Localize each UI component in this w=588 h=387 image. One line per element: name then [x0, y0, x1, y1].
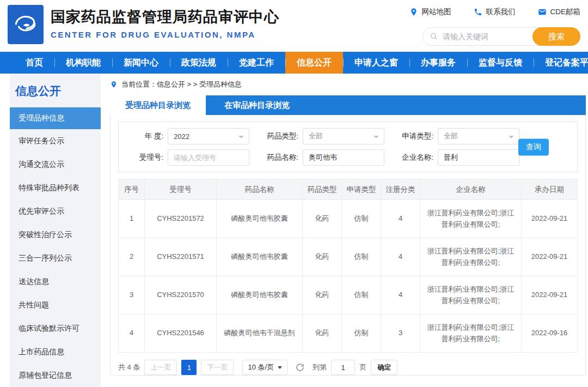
sidebar-title: 信息公开 — [10, 74, 101, 107]
company-name-label: 企业名称: — [396, 153, 433, 162]
cell-apply-type: 仿制 — [342, 200, 381, 238]
nav-item-supervision[interactable]: 监督与反馈 — [467, 52, 534, 74]
breadcrumb-text: 当前位置：信息公开 > > 受理品种信息 — [121, 80, 242, 89]
table-header-row: 序号 受理号 药品名称 药品类型 申请类型 注册分类 企业名称 承办日期 — [119, 179, 578, 200]
table-row[interactable]: 2 CYHS2201571 磷酸奥司他韦胶囊 化药 仿制 4 浙江普利药业有限公… — [119, 238, 578, 276]
acceptance-no-input[interactable] — [168, 150, 249, 165]
nav-item-applicant-window[interactable]: 申请人之窗 — [343, 52, 409, 74]
apply-type-label: 申请类型: — [396, 131, 433, 141]
sidebar-item-special-approval[interactable]: 特殊审批品种列表 — [10, 176, 101, 199]
drug-type-label: 药品类型: — [261, 131, 298, 141]
refresh-icon[interactable] — [295, 362, 305, 372]
nav-item-services[interactable]: 办事服务 — [409, 52, 467, 74]
column-header-acceptance-no: 受理号 — [145, 179, 217, 200]
sidebar-item-clinical-trial-license[interactable]: 临床试验默示许可 — [10, 317, 101, 340]
header-quick-links: 网站地图 联系我们 CDE邮箱 — [409, 7, 580, 17]
cell-company: 浙江普利药业有限公司;浙江普利药业有限公司; — [420, 200, 522, 238]
cde-mail-link-label: CDE邮箱 — [550, 7, 580, 17]
year-label: 年 度: — [126, 131, 163, 141]
column-header-apply-type: 申请类型 — [342, 179, 381, 200]
cell-date: 2022-09-16 — [522, 315, 578, 353]
page-size-select[interactable]: 10 条/页 — [242, 360, 287, 375]
prev-page-button[interactable]: 上一页 — [144, 360, 177, 375]
apply-type-select[interactable]: 全部 — [438, 128, 519, 144]
chevron-down-icon — [278, 366, 282, 369]
page-number-button[interactable]: 1 — [181, 360, 197, 375]
cde-mail-link[interactable]: CDE邮箱 — [538, 7, 580, 17]
apply-type-select-value: 全部 — [444, 131, 458, 141]
cell-drug-name: 磷酸奥司他韦干混悬剂 — [217, 315, 303, 353]
chevron-down-icon — [509, 136, 514, 138]
contact-us-link[interactable]: 联系我们 — [474, 7, 515, 17]
query-button[interactable]: 查询 — [518, 138, 549, 155]
sidebar-item-excipients-registration[interactable]: 原辅包登记信息 — [10, 364, 101, 387]
cell-drug-type: 化药 — [303, 276, 342, 315]
goto-page-unit: 页 — [359, 362, 366, 372]
page-size-value: 10 条/页 — [248, 362, 274, 372]
cell-date: 2022-09-21 — [522, 238, 578, 276]
cell-drug-name: 磷酸奥司他韦胶囊 — [217, 200, 303, 238]
table-row[interactable]: 4 CYHS2201546 磷酸奥司他韦干混悬剂 化药 仿制 3 浙江普利药业有… — [119, 315, 578, 353]
main-nav: 首页 机构职能 新闻中心 政策法规 党建工作 信息公开 申请人之窗 办事服务 监… — [0, 52, 588, 74]
sidebar-item-delivery-info[interactable]: 送达信息 — [10, 270, 101, 293]
cell-acceptance-no: CYHS2201572 — [145, 200, 217, 238]
table-row[interactable]: 3 CYHS2201570 磷酸奥司他韦胶囊 化药 仿制 4 浙江普利药业有限公… — [119, 276, 578, 315]
nav-item-home[interactable]: 首页 — [14, 52, 54, 74]
column-header-reg-class: 注册分类 — [381, 179, 420, 200]
content-panel: 年 度: 2022 药品类型: 全部 申请类 — [110, 115, 586, 376]
drug-type-select-value: 全部 — [309, 131, 323, 141]
cell-company: 浙江普利药业有限公司;浙江普利药业有限公司; — [420, 315, 522, 353]
cell-reg-class: 3 — [381, 315, 420, 353]
nav-item-news[interactable]: 新闻中心 — [112, 52, 170, 74]
confirm-button[interactable]: 确定 — [371, 360, 397, 375]
sitemap-link-label: 网站地图 — [421, 7, 451, 17]
total-count: 共 4 条 — [118, 362, 140, 372]
nav-item-info-disclosure[interactable]: 信息公开 — [285, 52, 343, 74]
cell-drug-name: 磷酸奥司他韦胶囊 — [217, 238, 303, 276]
sidebar-item-breakthrough-therapy[interactable]: 突破性治疗公示 — [10, 223, 101, 246]
sitemap-link[interactable]: 网站地图 — [409, 7, 451, 17]
sidebar-item-review-tasks[interactable]: 审评任务公示 — [10, 129, 101, 153]
sidebar-item-marketed-drugs[interactable]: 上市药品信息 — [10, 340, 101, 364]
nav-item-functions[interactable]: 机构职能 — [54, 52, 112, 74]
sidebar-item-three-in-one[interactable]: 三合一序列公示 — [10, 246, 101, 270]
cell-drug-name: 磷酸奥司他韦胶囊 — [217, 276, 303, 315]
tab-accepted-catalog[interactable]: 受理品种目录浏览 — [110, 95, 206, 115]
site-header: 国家药品监督管理局药品审评中心 CENTER FOR DRUG EVALUATI… — [0, 0, 588, 52]
cell-apply-type: 仿制 — [342, 238, 381, 276]
company-name-input[interactable] — [438, 150, 519, 165]
sidebar-item-common-issues[interactable]: 共性问题 — [10, 293, 101, 317]
search-icon — [430, 32, 438, 41]
sidebar-item-communication[interactable]: 沟通交流公示 — [10, 153, 101, 176]
tab-bar: 受理品种目录浏览 在审品种目录浏览 — [110, 95, 586, 115]
table-row[interactable]: 1 CYHS2201572 磷酸奥司他韦胶囊 化药 仿制 4 浙江普利药业有限公… — [119, 200, 578, 238]
goto-page-input[interactable] — [331, 360, 355, 375]
cell-acceptance-no: CYHS2201570 — [145, 276, 217, 315]
year-select[interactable]: 2022 — [168, 128, 249, 144]
page-title: 国家药品监督管理局药品审评中心 — [51, 7, 279, 27]
drug-type-select[interactable]: 全部 — [303, 128, 384, 144]
nav-item-party[interactable]: 党建工作 — [228, 52, 285, 74]
page-subtitle: CENTER FOR DRUG EVALUATION, NMPA — [51, 30, 279, 39]
cell-drug-type: 化药 — [303, 238, 342, 276]
site-logo — [8, 5, 44, 44]
cell-drug-type: 化药 — [303, 200, 342, 238]
cell-date: 2022-09-21 — [522, 200, 578, 238]
drug-name-input[interactable] — [303, 150, 384, 165]
search-button[interactable]: 搜索 — [532, 27, 580, 46]
nav-item-registration-platform[interactable]: 登记备案平台 — [534, 52, 588, 74]
map-pin-icon — [409, 8, 418, 16]
goto-page-label: 到第 — [313, 362, 327, 372]
cell-company: 浙江普利药业有限公司;浙江普利药业有限公司; — [420, 238, 522, 276]
sidebar-item-priority-review[interactable]: 优先审评公示 — [10, 199, 101, 223]
sidebar-item-accepted-varieties[interactable]: 受理品种信息 — [10, 107, 101, 129]
cell-seq: 4 — [119, 315, 145, 353]
cell-drug-type: 化药 — [303, 315, 342, 353]
next-page-button[interactable]: 下一页 — [201, 360, 234, 375]
tab-under-review-catalog[interactable]: 在审品种目录浏览 — [206, 95, 308, 115]
cell-company: 浙江普利药业有限公司;浙江普利药业有限公司; — [420, 276, 522, 315]
cell-seq: 2 — [119, 238, 145, 276]
cell-reg-class: 4 — [381, 200, 420, 238]
breadcrumb: 当前位置：信息公开 > > 受理品种信息 — [110, 74, 586, 91]
nav-item-policies[interactable]: 政策法规 — [170, 52, 228, 74]
